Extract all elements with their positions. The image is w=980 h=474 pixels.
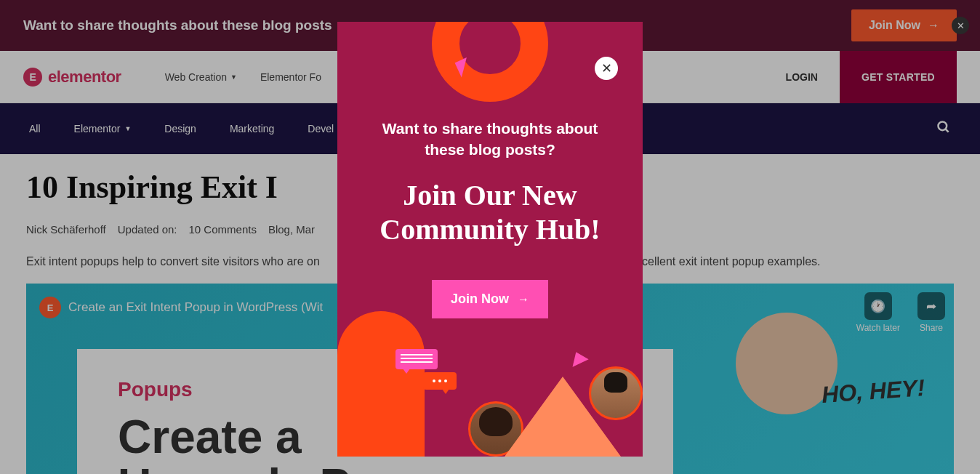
modal-heading: Join Our New Community Hub! [364, 178, 616, 246]
nav-right: LOGIN GET STARTED [764, 51, 957, 103]
video-title[interactable]: Create an Exit Intent Popup in WordPress… [68, 300, 323, 315]
modal-close-button[interactable]: ✕ [595, 57, 618, 80]
video-right-graphic: HO, HEY! [678, 327, 925, 474]
comments-link[interactable]: 10 Comments [189, 223, 257, 236]
nav-label: Elementor Fo [260, 71, 321, 83]
author-name[interactable]: Nick Schäferhoff [26, 223, 106, 236]
title-start: 10 Inspiring Exit I [26, 169, 278, 205]
updated-label: Updated on: [118, 223, 177, 236]
modal-question: Want to share thoughts about these blog … [364, 118, 616, 161]
share-icon: ➦ [917, 292, 945, 320]
subnav-label: Elementor [74, 123, 121, 134]
cursor-icon [569, 352, 588, 371]
banner-text: Want to share thoughts about these blog … [23, 17, 332, 33]
banner-close-button[interactable]: ✕ [952, 17, 969, 34]
hohey-text: HO, HEY! [821, 374, 925, 409]
caret-down-icon: ▼ [124, 125, 131, 132]
modal-button-label: Join Now [451, 292, 509, 307]
join-label: Join Now [869, 19, 920, 32]
nav-items: Web Creation ▼ Elementor Fo [165, 71, 321, 83]
search-icon[interactable] [936, 120, 951, 138]
login-link[interactable]: LOGIN [764, 71, 840, 83]
modal-bottom-graphic [337, 333, 643, 457]
subnav-elementor[interactable]: Elementor ▼ [74, 123, 132, 134]
nav-elementor-for[interactable]: Elementor Fo [260, 71, 321, 83]
subnav-marketing[interactable]: Marketing [230, 123, 274, 134]
ring-shape [432, 22, 548, 102]
modal-top-graphic [432, 22, 548, 102]
nav-web-creation[interactable]: Web Creation ▼ [165, 71, 237, 83]
logo-icon: E [23, 68, 42, 87]
video-channel-icon[interactable]: E [39, 297, 61, 318]
categories-link[interactable]: Blog, Mar [268, 223, 315, 236]
logo-text: elementor [48, 68, 121, 87]
chat-bubble-icon [395, 349, 438, 369]
arrow-right-icon: → [518, 293, 529, 306]
get-started-button[interactable]: GET STARTED [840, 51, 957, 103]
red-shape [337, 355, 425, 457]
typing-bubble-icon [423, 372, 457, 390]
banner-join-button[interactable]: Join Now → [851, 9, 957, 41]
subnav-development[interactable]: Devel [308, 123, 334, 134]
caret-down-icon: ▼ [230, 73, 237, 81]
modal-join-button[interactable]: Join Now → [432, 280, 548, 318]
arrow-right-icon: → [928, 19, 939, 32]
clock-icon: 🕐 [864, 292, 892, 320]
subnav-all[interactable]: All [29, 123, 41, 134]
svg-line-1 [946, 129, 949, 132]
desc-start: Exit intent popups help to convert site … [26, 255, 320, 268]
community-modal: ✕ Want to share thoughts about these blo… [337, 22, 643, 457]
avatar-person-2 [589, 366, 643, 420]
desc-end: e excellent exit intent popup examples. [620, 255, 821, 268]
nav-label: Web Creation [165, 71, 227, 83]
elementor-logo[interactable]: E elementor [23, 68, 121, 87]
subnav-design[interactable]: Design [164, 123, 196, 134]
svg-point-0 [939, 121, 947, 130]
